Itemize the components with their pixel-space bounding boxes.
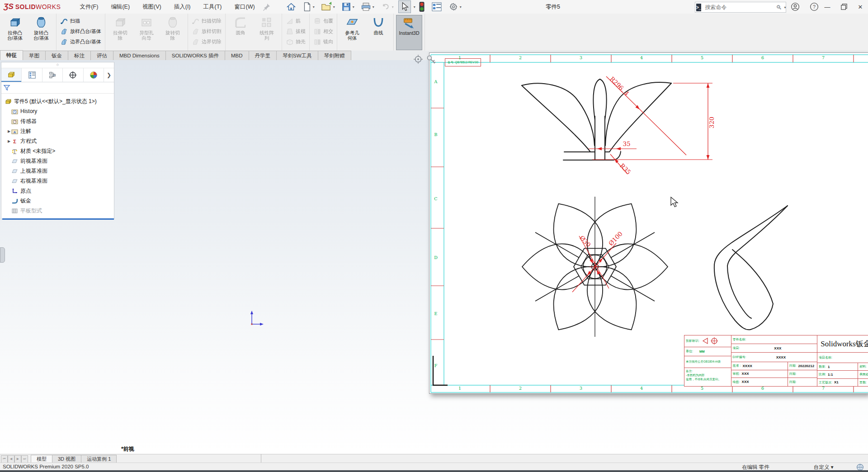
tree-item-plane[interactable]: 右视基准面 [1, 176, 114, 186]
rebuild-button[interactable] [417, 0, 427, 13]
expander-icon[interactable]: ▶ [7, 139, 11, 143]
tab-特征[interactable]: 特征 [0, 50, 23, 60]
tree-item-sheetmetal[interactable]: 钣金 [1, 196, 114, 206]
undo-button[interactable]: ▾ [379, 0, 396, 13]
account-icon[interactable] [788, 0, 803, 14]
ribbon-sweep[interactable]: 扫描 [58, 16, 82, 26]
ribbon-revolve[interactable]: 旋转凸 台/基体 [28, 15, 54, 42]
tab-featuremanager[interactable] [1, 68, 22, 82]
ribbon-curve[interactable]: 曲线 [366, 15, 391, 37]
home-button[interactable] [284, 0, 298, 13]
target-icon[interactable] [413, 54, 423, 64]
scroll-first-icon[interactable]: ⏮ [1, 455, 8, 463]
close-button[interactable]: ✕ [853, 0, 868, 14]
tree-filter[interactable] [1, 82, 114, 94]
ribbon-cutsweep[interactable]: 扫描切除 [190, 16, 223, 26]
doc-tab-2[interactable]: 运动算例 1 [81, 455, 117, 463]
tab-MBD[interactable]: MBD [225, 51, 249, 60]
ribbon-pattern[interactable]: 线性阵 列 [254, 15, 279, 42]
dropdown-caret[interactable]: ▾ [353, 5, 354, 9]
tree-item-flatpattern[interactable]: 平板型式 [1, 206, 114, 216]
tab-propertymanager[interactable] [22, 68, 42, 82]
search-input[interactable] [704, 4, 776, 11]
options-button[interactable]: ▾ [447, 0, 463, 13]
dropdown-caret[interactable]: ▾ [392, 5, 394, 9]
scroll-last-icon[interactable]: ⏭ [21, 455, 28, 463]
dropdown-caret[interactable]: ▾ [313, 5, 315, 9]
tab-钣金[interactable]: 钣金 [45, 51, 68, 60]
panel-splitter-grip[interactable] [0, 247, 5, 263]
dropdown-caret[interactable]: ▾ [784, 5, 786, 9]
panel-grip[interactable]: ○ [1, 62, 114, 68]
file-properties-button[interactable] [429, 0, 444, 13]
menu-2[interactable]: 视图(V) [136, 0, 168, 14]
tab-dimxpertmanager[interactable] [63, 68, 83, 82]
tree-item-plane[interactable]: 上视基准面 [1, 166, 114, 176]
ribbon-loft[interactable]: 放样凸台/基体 [58, 26, 103, 37]
ribbon-rib[interactable]: 筋 [284, 16, 302, 26]
scroll-left-icon[interactable]: ◀ [8, 455, 14, 463]
tree-item-history[interactable]: History [1, 106, 114, 116]
tab-标注[interactable]: 标注 [68, 51, 91, 60]
ribbon-cutextrude[interactable]: 拉伸切 除 [108, 15, 133, 42]
tab-评估[interactable]: 评估 [90, 51, 113, 60]
tab-SOLIDWORKS 插件[interactable]: SOLIDWORKS 插件 [165, 51, 225, 60]
save-button[interactable]: ▾ [340, 0, 356, 13]
ribbon-instant3d[interactable]: Instant3D [396, 15, 422, 50]
tree-item-equations[interactable]: ▶Σ方程式 [1, 136, 114, 146]
open-button[interactable]: ▾ [319, 0, 337, 13]
tab-琴剑附赠[interactable]: 琴剑附赠 [318, 51, 351, 60]
tree-item-plane[interactable]: 前视基准面 [1, 156, 114, 166]
menu-0[interactable]: 文件(F) [73, 0, 104, 14]
ribbon-cutloft[interactable]: 放样切割 [190, 26, 223, 37]
tree-root-part[interactable]: 零件5 (默认<<默认>_显示状态 1>) [1, 96, 114, 106]
ribbon-boundary[interactable]: 边界凸台/基体 [58, 37, 103, 47]
ribbon-refgeom[interactable]: 参考几 何体 [340, 15, 365, 42]
ribbon-cutboundary[interactable]: 边界切除 [190, 37, 223, 47]
dropdown-caret[interactable]: ▾ [333, 5, 335, 9]
tab-displaymanager[interactable] [84, 68, 104, 82]
status-customize[interactable]: 自定义 ▾ [814, 464, 833, 471]
ribbon-wrap[interactable]: 包覆 [311, 16, 335, 26]
tree-item-origin[interactable]: 原点 [1, 186, 114, 196]
ribbon-mirror[interactable]: 镜向 [311, 37, 335, 47]
minimize-button[interactable]: — [819, 0, 835, 14]
tabbar-splitter[interactable] [261, 454, 261, 463]
ribbon-holewizard[interactable]: 异型孔 向导 [134, 15, 159, 42]
new-document-button[interactable]: ▾ [301, 0, 316, 13]
select-tool-button[interactable] [398, 0, 411, 13]
doc-tab-1[interactable]: 3D 视图 [52, 455, 81, 463]
tree-item-sensors[interactable]: 传感器 [1, 116, 114, 126]
restore-button[interactable] [835, 0, 853, 14]
drawing-sheet-window[interactable]: R296. 4 320 35 R35 Ø30 Ø100 备号: QB78513 … [429, 52, 868, 394]
key-icon[interactable] [426, 54, 437, 65]
dropdown-caret[interactable]: ▾ [373, 5, 374, 9]
pin-icon[interactable] [262, 2, 271, 11]
menu-1[interactable]: 编辑(E) [104, 0, 136, 14]
menu-5[interactable]: 窗口(W) [228, 0, 261, 14]
ribbon-extrude[interactable]: 拉伸凸 台/基体 [2, 15, 28, 42]
expander-icon[interactable]: ▶ [7, 129, 11, 133]
tab-草图[interactable]: 草图 [23, 51, 46, 60]
dropdown-caret[interactable]: ▾ [460, 5, 462, 9]
print-button[interactable]: ▾ [359, 0, 376, 13]
tab-丹学里[interactable]: 丹学里 [249, 51, 277, 60]
ribbon-draft[interactable]: 拔模 [284, 26, 307, 37]
command-search[interactable]: >_ 🔍︎ ▾ [695, 2, 786, 13]
menu-3[interactable]: 插入(I) [168, 0, 197, 14]
dropdown-caret[interactable]: ▾ [414, 5, 415, 9]
tab-MBD Dimensions[interactable]: MBD Dimensions [113, 51, 166, 60]
ribbon-intersect[interactable]: 相交 [311, 26, 335, 37]
ribbon-shell[interactable]: 抽壳 [284, 37, 307, 47]
tree-item-annotations[interactable]: ▶A注解 [1, 126, 114, 136]
tab-琴剑SW工具[interactable]: 琴剑SW工具 [276, 51, 318, 60]
panel-expand-arrow[interactable]: ❯ [104, 72, 114, 78]
menu-4[interactable]: 工具(T) [197, 0, 228, 14]
ribbon-cutrevolve[interactable]: 旋转切 除 [160, 15, 185, 42]
doc-tab-0[interactable]: 模型 [31, 455, 52, 463]
ribbon-fillet[interactable]: 圆角 [228, 15, 253, 37]
rollback-bar[interactable] [2, 218, 114, 220]
search-icon[interactable]: 🔍︎ [776, 4, 782, 11]
tab-configurationmanager[interactable] [42, 68, 63, 82]
tree-item-material[interactable]: 材质 <未指定> [1, 146, 114, 156]
